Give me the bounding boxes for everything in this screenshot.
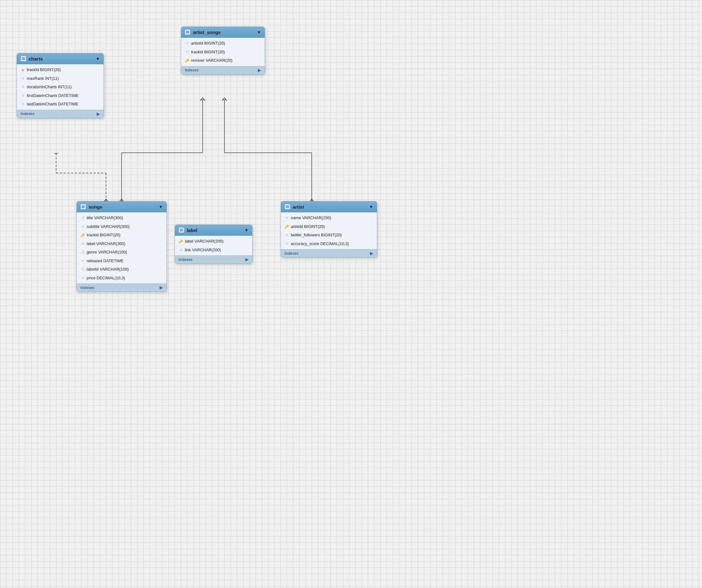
field-name: price DECIMAL(10,3) (87, 275, 125, 281)
table-row: ◇ labelId VARCHAR(100) (77, 265, 166, 274)
diamond-icon: ◇ (21, 76, 25, 81)
artist-songs-table-body: ◇ artistId BIGINT(20) ◇ trackid BIGINT(2… (181, 38, 265, 66)
charts-table-footer[interactable]: Indexes ▶ (17, 110, 104, 118)
artist-songs-table-arrow[interactable]: ▼ (257, 30, 261, 35)
key-icon: 🔑 (284, 224, 289, 229)
field-name: title VARCHAR(300) (87, 215, 123, 221)
label-table-footer[interactable]: Indexes ▶ (175, 255, 252, 263)
table-row: ◇ subtitle VARCHAR(300) (77, 222, 166, 231)
table-row: ◇ released DATETIME (77, 257, 166, 265)
diamond-icon: ◇ (21, 85, 25, 89)
field-name: trackid BIGINT(20) (191, 49, 225, 55)
artist-songs-table-footer[interactable]: Indexes ▶ (181, 66, 265, 74)
charts-table-title: charts (29, 56, 93, 62)
table-row: ◇ genre VARCHAR(100) (77, 248, 166, 257)
svg-line-14 (201, 98, 203, 101)
label-table-arrow[interactable]: ▼ (244, 228, 248, 233)
table-row: ◇ trackid BIGINT(20) (181, 48, 265, 56)
label-table-body: 🔑 label VARCHAR(200) ◇ link VARCHAR(200) (175, 236, 252, 255)
key-icon: 🔑 (185, 58, 189, 63)
artist-songs-table-icon (185, 29, 191, 35)
table-row: ◇ twitter_followers BIGINT(20) (281, 231, 377, 239)
artist-songs-table[interactable]: artist_songs ▼ ◇ artistId BIGINT(20) ◇ t… (181, 26, 265, 75)
table-row: 🔑 label VARCHAR(200) (175, 237, 252, 246)
table-row: ◇ durationInCharts INT(11) (17, 83, 104, 91)
diamond-icon: ◇ (21, 102, 25, 106)
field-name: trackid BIGINT(20) (87, 232, 120, 238)
svg-line-23 (222, 98, 224, 101)
field-name: durationInCharts INT(11) (27, 84, 72, 90)
diamond-icon: ◇ (81, 258, 85, 263)
diamond-icon: ◇ (185, 41, 189, 45)
label-table-title: label (187, 228, 242, 233)
charts-table-arrow[interactable]: ▼ (96, 56, 100, 61)
footer-arrow-icon: ▶ (245, 257, 248, 262)
field-name: twitter_followers BIGINT(20) (291, 232, 342, 238)
footer-label: Indexes (185, 68, 199, 72)
diamond-icon: ◇ (21, 93, 25, 98)
footer-label: Indexes (179, 257, 193, 262)
table-row: ◇ price DECIMAL(10,3) (77, 274, 166, 282)
field-name: name VARCHAR(150) (291, 215, 331, 221)
artist-table-body: ◇ name VARCHAR(150) 🔑 artistId BIGINT(20… (281, 212, 377, 249)
table-row: 🔑 trackid BIGINT(20) (77, 231, 166, 239)
label-table[interactable]: label ▼ 🔑 label VARCHAR(200) ◇ link VARC… (174, 225, 252, 264)
artist-table-header: artist ▼ (281, 201, 377, 212)
footer-arrow-icon: ▶ (370, 251, 373, 256)
diamond-icon: ◇ (81, 267, 85, 271)
charts-table[interactable]: charts ▼ ◆ trackId BIGINT(20) ◇ maxRank … (16, 53, 104, 118)
songs-table-icon (81, 204, 86, 210)
field-name: accuracy_score DECIMAL(10,3) (291, 241, 349, 247)
diamond-icon: ◇ (179, 248, 183, 252)
table-row: ◆ trackId BIGINT(20) (17, 66, 104, 74)
key-icon: 🔑 (179, 239, 183, 243)
songs-table-arrow[interactable]: ▼ (159, 205, 163, 209)
table-row: ◇ link VARCHAR(200) (175, 246, 252, 254)
svg-line-24 (224, 98, 227, 101)
field-name: labelId VARCHAR(100) (87, 266, 129, 272)
field-name: lastDateInCharts DATETIME (27, 101, 78, 107)
diamond-icon: ◇ (81, 275, 85, 280)
songs-table-title: songs (89, 204, 156, 210)
footer-label: Indexes (284, 251, 299, 256)
artist-table-title: artist (293, 204, 367, 210)
table-row: ◇ artistId BIGINT(20) (181, 39, 265, 48)
field-name: remixer VARCHAR(20) (191, 57, 233, 64)
artist-table[interactable]: artist ▼ ◇ name VARCHAR(150) 🔑 artistId … (280, 201, 377, 257)
field-name: label VARCHAR(200) (185, 238, 224, 244)
footer-label: Indexes (21, 112, 35, 116)
field-name: artistId BIGINT(20) (191, 40, 225, 46)
footer-arrow-icon: ▶ (159, 285, 163, 290)
svg-line-15 (203, 98, 205, 101)
field-name: genre VARCHAR(100) (87, 249, 127, 255)
table-row: ◇ accuracy_score DECIMAL(10,3) (281, 239, 377, 248)
artist-table-arrow[interactable]: ▼ (369, 205, 373, 209)
table-row: 🔑 remixer VARCHAR(20) (181, 56, 265, 65)
artist-table-icon (284, 204, 290, 210)
footer-arrow-icon: ▶ (258, 68, 261, 73)
diamond-icon: ◇ (284, 233, 289, 237)
table-row: ◇ firstDateInCharts DATETIME (17, 91, 104, 100)
diamond-icon: ◇ (284, 241, 289, 246)
songs-table[interactable]: songs ▼ ◇ title VARCHAR(300) ◇ subtitle … (76, 201, 167, 292)
songs-table-footer[interactable]: Indexes ▶ (77, 283, 166, 291)
table-row: ◇ label VARCHAR(300) (77, 239, 166, 248)
diamond-icon: ◇ (81, 224, 85, 229)
field-name: link VARCHAR(200) (185, 247, 221, 253)
field-name: subtitle VARCHAR(300) (87, 224, 130, 230)
field-name: released DATETIME (87, 258, 123, 264)
field-name: maxRank INT(11) (27, 76, 59, 82)
diamond-icon: ◇ (81, 250, 85, 254)
songs-table-header: songs ▼ (77, 201, 166, 212)
artist-table-footer[interactable]: Indexes ▶ (281, 249, 377, 257)
field-name: label VARCHAR(300) (87, 241, 125, 247)
artist-songs-table-header: artist_songs ▼ (181, 27, 265, 38)
label-table-icon (179, 227, 184, 233)
songs-table-body: ◇ title VARCHAR(300) ◇ subtitle VARCHAR(… (77, 212, 166, 283)
table-row: ◇ lastDateInCharts DATETIME (17, 100, 104, 109)
pk-icon: ◆ (21, 68, 25, 72)
diamond-icon: ◇ (81, 216, 85, 220)
diamond-icon: ◇ (284, 216, 289, 220)
field-name: artistId BIGINT(20) (291, 224, 325, 230)
charts-table-header: charts ▼ (17, 53, 104, 64)
